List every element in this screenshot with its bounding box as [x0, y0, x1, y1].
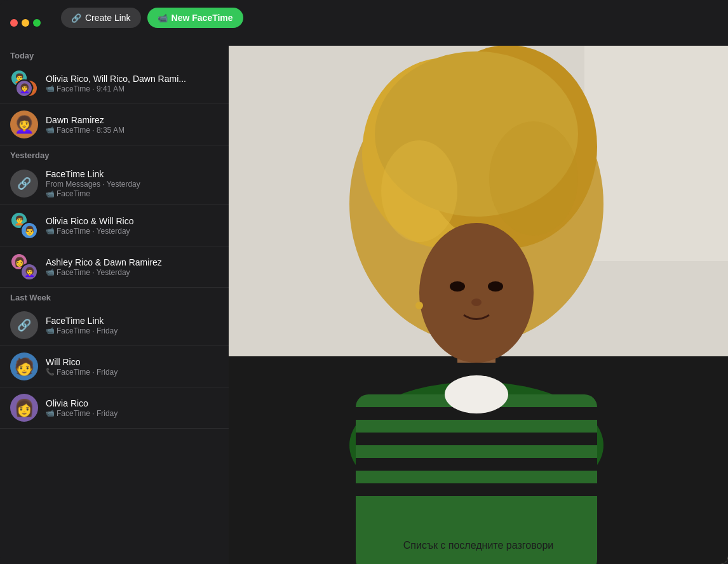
section-yesterday: Yesterday	[0, 145, 229, 163]
svg-rect-15	[356, 483, 597, 496]
call-detail: FaceTime · Yesterday	[46, 227, 219, 236]
svg-rect-13	[356, 433, 597, 445]
video-icon	[46, 126, 55, 134]
maximize-button[interactable]	[33, 19, 41, 27]
call-time: FaceTime · Friday	[57, 368, 118, 377]
call-name: Olivia Rico & Will Rico	[46, 216, 219, 226]
phone-icon	[46, 368, 55, 376]
section-today: Today	[0, 46, 229, 63]
svg-point-19	[471, 299, 482, 306]
call-item-olivia[interactable]: 👩 Olivia Rico FaceTime · Friday	[0, 387, 229, 429]
avatar-olivia-single: 👩	[10, 394, 38, 422]
link-icon: 🔗	[71, 13, 81, 23]
sidebar: Today 🧑‍🦱 👨 👩‍🦱 Olivia Rico, Will Rico, …	[0, 46, 229, 564]
call-item-will[interactable]: 🧑 Will Rico FaceTime · Friday	[0, 346, 229, 387]
call-info: Olivia Rico FaceTime · Friday	[46, 398, 219, 418]
avatar-will-single: 🧑	[10, 352, 38, 380]
video-icon	[46, 190, 55, 198]
call-time: FaceTime · Friday	[57, 409, 118, 418]
video-icon	[46, 409, 55, 417]
svg-point-20	[415, 302, 423, 309]
svg-point-18	[488, 281, 503, 292]
bottom-caption: Списък с последните разговори	[403, 540, 553, 551]
video-camera-icon: 📹	[158, 13, 168, 23]
call-name: Ashley Rico & Dawn Ramirez	[46, 257, 219, 267]
svg-rect-3	[584, 46, 728, 261]
new-facetime-button[interactable]: 📹 New FaceTime	[147, 8, 243, 28]
avatar-dawn-single: 👩‍🦱	[10, 111, 38, 138]
link-icon: 🔗	[17, 177, 31, 191]
call-detail: FaceTime · Friday	[46, 326, 219, 335]
svg-point-22	[489, 121, 578, 236]
call-name: Olivia Rico, Will Rico, Dawn Rami...	[46, 74, 219, 84]
svg-rect-11	[356, 394, 597, 564]
minimize-button[interactable]	[22, 19, 29, 27]
svg-point-21	[381, 140, 457, 242]
action-buttons: 🔗 Create Link 📹 New FaceTime	[51, 8, 253, 38]
call-detail-sub: From Messages · Yesterday	[46, 180, 219, 189]
create-link-label: Create Link	[85, 13, 131, 23]
call-info: Dawn Ramirez FaceTime · 8:35 AM	[46, 115, 219, 135]
avatar-link: 🔗	[10, 170, 38, 198]
call-name: FaceTime Link	[46, 316, 219, 326]
call-info: Will Rico FaceTime · Friday	[46, 357, 219, 377]
video-panel: Списък с последните разговори	[229, 46, 728, 564]
avatar-group-2: 🧑‍🦱 👨	[10, 211, 38, 239]
call-info: Ashley Rico & Dawn Ramirez FaceTime · Ye…	[46, 257, 219, 277]
avatar-link-2: 🔗	[10, 311, 38, 339]
avatar-group-3: 👩 👩‍🦱	[10, 253, 38, 281]
call-item-facetime-link-week[interactable]: 🔗 FaceTime Link FaceTime · Friday	[0, 305, 229, 346]
video-background	[229, 46, 728, 564]
call-time: FaceTime · Yesterday	[57, 268, 130, 277]
create-link-button[interactable]: 🔗 Create Link	[61, 8, 141, 28]
video-icon	[46, 268, 55, 276]
call-info: Olivia Rico, Will Rico, Dawn Rami... Fac…	[46, 74, 219, 93]
svg-point-17	[450, 281, 465, 292]
call-detail: FaceTime · 8:35 AM	[46, 126, 219, 135]
call-detail: FaceTime · Yesterday	[46, 268, 219, 277]
call-detail: FaceTime · Friday	[46, 368, 219, 377]
call-item-olivia-will[interactable]: 🧑‍🦱 👨 Olivia Rico & Will Rico FaceTime ·…	[0, 205, 229, 246]
video-icon	[46, 84, 55, 93]
avatar-group: 🧑‍🦱 👨 👩‍🦱	[10, 69, 38, 97]
call-name: Will Rico	[46, 357, 219, 367]
traffic-lights	[10, 19, 41, 27]
call-detail: FaceTime · Friday	[46, 409, 219, 418]
call-type: FaceTime	[57, 189, 90, 198]
svg-point-9	[419, 223, 534, 363]
close-button[interactable]	[10, 19, 18, 27]
call-item-facetime-link-messages[interactable]: 🔗 FaceTime Link From Messages · Yesterda…	[0, 163, 229, 205]
call-info: FaceTime Link FaceTime · Friday	[46, 316, 219, 335]
call-info: Olivia Rico & Will Rico FaceTime · Yeste…	[46, 216, 219, 236]
new-facetime-label: New FaceTime	[172, 13, 233, 23]
main-content: Today 🧑‍🦱 👨 👩‍🦱 Olivia Rico, Will Rico, …	[0, 46, 728, 564]
call-detail: FaceTime · 9:41 AM	[46, 84, 219, 93]
call-time: FaceTime · 9:41 AM	[57, 84, 125, 93]
svg-point-16	[445, 375, 508, 413]
call-time: FaceTime · Friday	[57, 326, 118, 335]
call-item-group-olivia-will-dawn[interactable]: 🧑‍🦱 👨 👩‍🦱 Olivia Rico, Will Rico, Dawn R…	[0, 63, 229, 104]
avatar-dawn: 👩‍🦱	[15, 79, 33, 97]
call-detail: FaceTime	[46, 189, 219, 198]
titlebar: 🔗 Create Link 📹 New FaceTime	[0, 0, 728, 46]
svg-rect-14	[356, 458, 597, 471]
call-item-ashley-dawn[interactable]: 👩 👩‍🦱 Ashley Rico & Dawn Ramirez FaceTim…	[0, 246, 229, 288]
call-name: FaceTime Link	[46, 169, 219, 179]
call-info: FaceTime Link From Messages · Yesterday …	[46, 169, 219, 198]
section-last-week: Last Week	[0, 288, 229, 305]
video-content	[229, 46, 728, 564]
facetime-window: 🔗 Create Link 📹 New FaceTime Today 🧑‍🦱	[0, 0, 728, 564]
caption-text: Списък с последните разговори	[403, 540, 553, 551]
call-name: Dawn Ramirez	[46, 115, 219, 125]
link-icon-2: 🔗	[17, 318, 31, 332]
call-item-dawn[interactable]: 👩‍🦱 Dawn Ramirez FaceTime · 8:35 AM	[0, 104, 229, 145]
video-icon	[46, 227, 55, 235]
call-name: Olivia Rico	[46, 398, 219, 408]
call-source: From Messages · Yesterday	[46, 180, 140, 189]
avatar-dawn-3: 👩‍🦱	[20, 263, 38, 281]
avatar-will-2: 👨	[20, 222, 38, 239]
call-time: FaceTime · 8:35 AM	[57, 126, 125, 135]
call-time: FaceTime · Yesterday	[57, 227, 130, 236]
video-icon	[46, 326, 55, 335]
